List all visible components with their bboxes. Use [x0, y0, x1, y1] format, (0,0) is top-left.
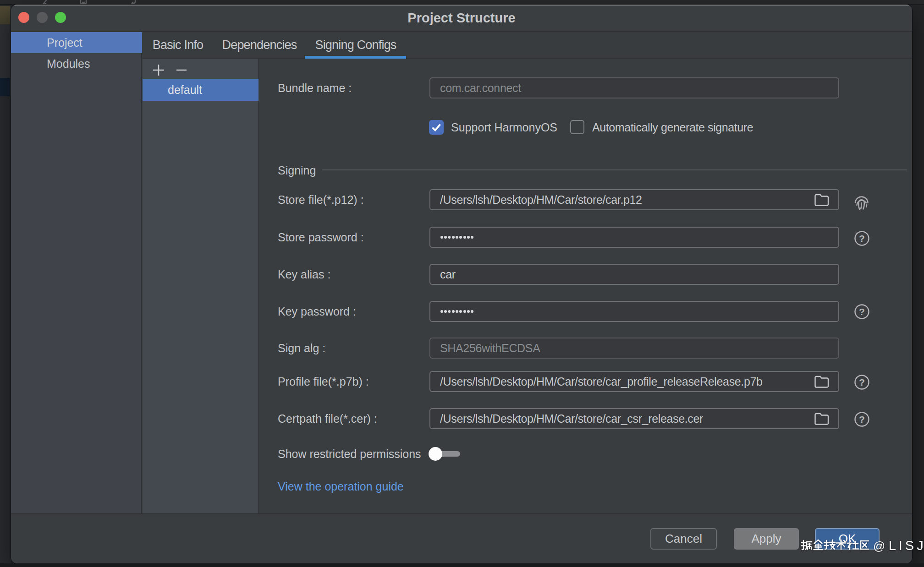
svg-text:?: ?: [859, 377, 865, 387]
svg-text:?: ?: [859, 233, 865, 244]
svg-text:?: ?: [859, 414, 865, 425]
svg-text:?: ?: [859, 306, 865, 317]
